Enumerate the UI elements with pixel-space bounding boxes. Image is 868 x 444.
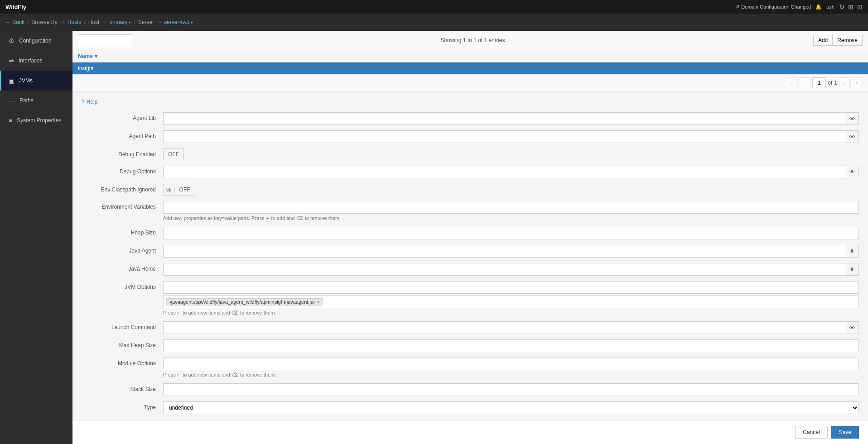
- sidebar-item-system-properties[interactable]: ≡ System Properties: [0, 110, 72, 130]
- agent-lib-input[interactable]: [163, 112, 859, 125]
- launch-command-control: 👁: [163, 321, 859, 334]
- server-dropdown[interactable]: server-two ▾: [164, 19, 193, 25]
- host-dropdown[interactable]: primary ▾: [109, 19, 131, 25]
- java-agent-row: Java Agent 👁: [82, 245, 859, 258]
- agent-path-control: 👁: [163, 130, 859, 143]
- save-button[interactable]: Save: [831, 426, 859, 439]
- add-button[interactable]: Add: [813, 35, 832, 46]
- table-actions: Add Remove: [813, 35, 863, 46]
- type-row: Type undefined: [82, 401, 859, 414]
- name-column-sort[interactable]: Name ▾: [78, 53, 97, 59]
- tag-remove-button[interactable]: ×: [317, 299, 320, 305]
- jvm-options-tag: -javaagent:/opt/wildfly/java_agent_wildf…: [166, 298, 323, 306]
- sidebar-item-configuration[interactable]: ⚙ Configuration: [0, 31, 72, 51]
- external-link-icon[interactable]: ⊡: [857, 3, 863, 10]
- jvm-options-label: JVM Options: [82, 281, 163, 290]
- debug-enabled-row: Debug Enabled OFF: [82, 148, 859, 160]
- env-vars-input[interactable]: [163, 201, 859, 214]
- env-classpath-control: % OFF: [163, 184, 859, 196]
- debug-enabled-control: OFF: [163, 148, 859, 160]
- java-home-row: Java Home 👁: [82, 263, 859, 276]
- type-label: Type: [82, 401, 163, 411]
- java-agent-eye-button[interactable]: 👁: [846, 245, 859, 258]
- sidebar-item-interfaces[interactable]: ⇌ Interfaces: [0, 51, 72, 71]
- host-value: primary: [109, 19, 127, 25]
- main-layout: ⚙ Configuration ⇌ Interfaces ▣ JVMs — Pa…: [0, 31, 868, 444]
- module-options-input[interactable]: [163, 358, 859, 370]
- java-agent-control: 👁: [163, 245, 859, 258]
- agent-lib-eye-button[interactable]: 👁: [846, 112, 859, 125]
- launch-command-row: Launch Command 👁: [82, 321, 859, 334]
- cancel-button[interactable]: Cancel: [795, 426, 827, 439]
- module-options-row: Module Options Press ↵ to add new items …: [82, 358, 859, 378]
- table-header: Showing 1 to 1 of 1 entries Add Remove: [72, 31, 868, 50]
- notification-icon[interactable]: 🔔: [815, 4, 822, 10]
- agent-lib-row: Agent Lib 👁: [82, 112, 859, 125]
- java-home-eye-button[interactable]: 👁: [846, 263, 859, 276]
- max-heap-size-input[interactable]: [163, 339, 859, 352]
- navbar: ← Back / Browse By ⇒ Hosts / Host ⇒ prim…: [0, 14, 868, 31]
- help-link[interactable]: ? Help: [82, 99, 859, 105]
- launch-command-label: Launch Command: [82, 321, 163, 330]
- heap-size-label: Heap Size: [82, 227, 163, 236]
- total-pages: 1: [834, 80, 837, 86]
- remove-button[interactable]: Remove: [832, 35, 863, 46]
- host-label: Host: [88, 19, 100, 25]
- jvms-icon: ▣: [9, 77, 14, 84]
- debug-options-input[interactable]: [163, 166, 859, 178]
- env-vars-row: Environment Variables Add new properties…: [82, 201, 859, 221]
- refresh-icon[interactable]: ↻: [839, 3, 844, 10]
- table-pagination: « ‹ 1 of 1 › »: [72, 74, 868, 91]
- browse-by-label: Browse By: [31, 19, 57, 25]
- breadcrumb: ← Back / Browse By ⇒ Hosts / Host ⇒ prim…: [5, 19, 193, 25]
- back-link[interactable]: ← Back: [5, 19, 24, 25]
- agent-lib-label: Agent Lib: [82, 112, 163, 121]
- form-footer: Cancel Save: [72, 420, 868, 444]
- max-heap-size-label: Max Heap Size: [82, 339, 163, 349]
- tag-label: -javaagent:/opt/wildfly/java_agent_wildf…: [169, 299, 315, 305]
- search-input[interactable]: [78, 34, 132, 46]
- env-classpath-toggle[interactable]: % OFF: [163, 184, 195, 196]
- hosts-link[interactable]: Hosts: [68, 19, 82, 25]
- host-dropdown-chevron: ▾: [129, 20, 131, 25]
- topbar-right: ↺ Domain Configuration Changed 🔔 ash ↻ ⊞…: [735, 3, 863, 10]
- debug-options-control: 👁: [163, 166, 859, 178]
- debug-enabled-label: Debug Enabled: [82, 148, 163, 158]
- debug-options-eye-button[interactable]: 👁: [846, 166, 859, 178]
- jvms-table-section: Showing 1 to 1 of 1 entries Add Remove N…: [72, 31, 868, 91]
- next-page-button[interactable]: ›: [839, 77, 850, 88]
- max-heap-size-control: [163, 339, 859, 352]
- sidebar-item-jvms[interactable]: ▣ JVMs: [0, 71, 72, 91]
- java-home-input[interactable]: [163, 263, 859, 276]
- jvm-options-input[interactable]: [163, 281, 859, 294]
- topology-icon[interactable]: ⊞: [848, 3, 854, 10]
- env-classpath-toggle-label: OFF: [175, 186, 195, 193]
- help-icon: ?: [82, 99, 85, 105]
- debug-enabled-toggle[interactable]: OFF: [163, 148, 184, 160]
- heap-size-input[interactable]: [163, 227, 859, 239]
- prev-page-button[interactable]: ‹: [800, 77, 810, 88]
- table-row[interactable]: insight: [72, 62, 868, 74]
- heap-size-control: [163, 227, 859, 239]
- page-number-input[interactable]: 1: [812, 77, 826, 88]
- sidebar-item-label: Paths: [19, 97, 34, 104]
- name-col-label: Name: [78, 53, 93, 59]
- stack-size-input[interactable]: [163, 383, 859, 396]
- agent-path-eye-button[interactable]: 👁: [846, 130, 859, 143]
- launch-command-input[interactable]: [163, 321, 859, 334]
- type-select[interactable]: undefined: [163, 401, 859, 414]
- sidebar-item-paths[interactable]: — Paths: [0, 91, 72, 110]
- last-page-button[interactable]: »: [852, 77, 863, 88]
- first-page-button[interactable]: «: [787, 77, 798, 88]
- java-agent-input[interactable]: [163, 245, 859, 258]
- java-home-label: Java Home: [82, 263, 163, 272]
- debug-options-row: Debug Options 👁: [82, 166, 859, 178]
- launch-command-eye-button[interactable]: 👁: [846, 321, 859, 334]
- agent-path-input[interactable]: [163, 130, 859, 143]
- type-control: undefined: [163, 401, 859, 414]
- agent-path-row: Agent Path 👁: [82, 130, 859, 143]
- paths-icon: —: [9, 97, 15, 104]
- user-label[interactable]: ash: [826, 4, 834, 10]
- jvm-options-row: JVM Options -javaagent:/opt/wildfly/java…: [82, 281, 859, 316]
- debug-enabled-toggle-label: OFF: [164, 151, 183, 158]
